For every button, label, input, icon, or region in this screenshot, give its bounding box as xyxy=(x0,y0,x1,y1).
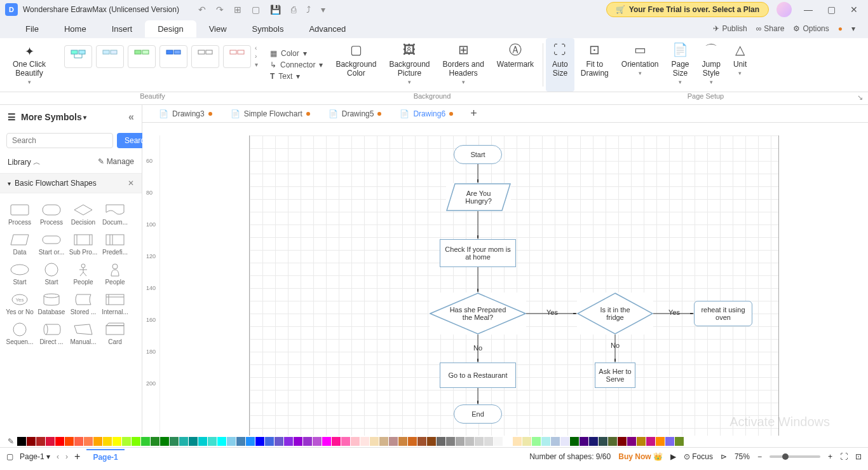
color-swatch[interactable] xyxy=(522,437,531,446)
manage-button[interactable]: ✎ Manage xyxy=(98,157,134,168)
color-swatch[interactable] xyxy=(313,437,322,446)
user-avatar[interactable] xyxy=(776,2,792,17)
maximize-button[interactable]: ▢ xyxy=(822,4,840,15)
color-swatch[interactable] xyxy=(55,437,64,446)
fc-start[interactable]: Start xyxy=(454,145,502,164)
export-icon[interactable]: ⤴ xyxy=(306,4,311,15)
shape-subpro[interactable]: Sub Pro... xyxy=(67,228,99,258)
redo-icon[interactable]: ↷ xyxy=(216,4,224,15)
color-swatch[interactable] xyxy=(36,437,45,446)
gallery-next-icon[interactable]: › xyxy=(255,53,258,60)
color-swatch[interactable] xyxy=(17,437,26,446)
fc-reheat[interactable]: reheat it using oven xyxy=(694,301,752,326)
color-swatch[interactable] xyxy=(379,437,388,446)
color-swatch[interactable] xyxy=(513,437,522,446)
color-swatch[interactable] xyxy=(27,437,36,446)
fc-ask-serve[interactable]: Ask Her to Serve xyxy=(595,363,635,388)
menu-view[interactable]: View xyxy=(196,20,240,38)
color-swatch[interactable] xyxy=(551,437,560,446)
color-swatch[interactable] xyxy=(141,437,150,446)
color-swatch[interactable] xyxy=(646,437,655,446)
fit-window-icon[interactable]: ⛶ xyxy=(840,452,848,461)
print-icon[interactable]: ⎙ xyxy=(291,4,296,15)
fc-end[interactable]: End xyxy=(454,404,502,424)
canvas[interactable]: Start Are You Hungry? Check If your mom … xyxy=(160,135,868,436)
page-add-icon[interactable]: + xyxy=(74,451,80,462)
color-swatch[interactable] xyxy=(170,437,179,446)
color-swatch[interactable] xyxy=(627,437,636,446)
menu-file[interactable]: File xyxy=(13,20,51,38)
fullscreen-icon[interactable]: ⊡ xyxy=(855,452,862,461)
color-swatch[interactable] xyxy=(217,437,226,446)
color-dropdown[interactable]: ▦ Color ▾ xyxy=(270,49,323,58)
theme-thumb-5[interactable] xyxy=(191,45,219,68)
connector-dropdown[interactable]: ↳ Connector ▾ xyxy=(270,60,323,69)
color-swatch[interactable] xyxy=(494,437,503,446)
color-swatch[interactable] xyxy=(580,437,588,446)
library-label[interactable]: Library ︿ xyxy=(8,157,41,168)
shape-start[interactable]: Start xyxy=(36,258,67,288)
present-icon[interactable]: ▶ xyxy=(670,452,676,461)
color-swatch[interactable] xyxy=(332,437,341,446)
fc-check-mom[interactable]: Check If your mom is at home xyxy=(440,239,516,267)
theme-thumb-3[interactable] xyxy=(128,45,156,68)
shape-process[interactable]: Process xyxy=(36,198,67,228)
tab-drawing5[interactable]: 📄Drawing5 xyxy=(320,107,391,121)
shape-card[interactable]: Card xyxy=(99,318,131,348)
color-swatch[interactable] xyxy=(284,437,293,446)
shape-data[interactable]: Data xyxy=(4,228,36,258)
color-swatch[interactable] xyxy=(560,437,569,446)
color-swatch[interactable] xyxy=(255,437,264,446)
color-swatch[interactable] xyxy=(351,437,360,446)
color-swatch[interactable] xyxy=(408,437,417,446)
color-swatch[interactable] xyxy=(132,437,140,446)
tab-simpleflowchart[interactable]: 📄Simple Flowchart xyxy=(222,107,320,121)
color-swatch[interactable] xyxy=(179,437,188,446)
color-swatch[interactable] xyxy=(370,437,379,446)
color-swatch[interactable] xyxy=(570,437,579,446)
shape-yesorno[interactable]: YesYes or No xyxy=(4,288,36,318)
page-next-icon[interactable]: › xyxy=(65,452,68,461)
color-swatch[interactable] xyxy=(503,437,512,446)
shape-startor[interactable]: Start or... xyxy=(36,228,67,258)
zoom-out-icon[interactable]: − xyxy=(757,452,762,461)
borders-headers-button[interactable]: ⊞ Borders and Headers▾ xyxy=(436,38,490,92)
color-swatch[interactable] xyxy=(665,437,674,446)
text-dropdown[interactable]: T Text ▾ xyxy=(270,72,323,81)
shape-people[interactable]: People xyxy=(67,258,99,288)
jump-style-button[interactable]: ⌒ Jump Style▾ xyxy=(696,38,727,92)
shape-decision[interactable]: Decision xyxy=(67,198,99,228)
open-icon[interactable]: ▢ xyxy=(252,4,260,15)
color-swatch[interactable] xyxy=(389,437,398,446)
shape-direct[interactable]: Direct ... xyxy=(36,318,67,348)
color-swatch[interactable] xyxy=(208,437,217,446)
panel-close-icon[interactable]: ✕ xyxy=(128,179,134,188)
color-swatch[interactable] xyxy=(93,437,102,446)
page-tab[interactable]: Page-1 xyxy=(86,449,124,464)
color-swatch[interactable] xyxy=(303,437,312,446)
color-swatch[interactable] xyxy=(618,437,627,446)
trial-badge[interactable]: 🛒 Your Free Trial is over. Select a Plan xyxy=(606,2,769,17)
tab-drawing3[interactable]: 📄Drawing3 xyxy=(150,107,222,121)
fc-hungry[interactable]: Are You Hungry? xyxy=(446,183,511,211)
color-swatch[interactable] xyxy=(541,437,550,446)
focus-button[interactable]: ⊙ Focus xyxy=(684,452,713,461)
orientation-button[interactable]: ▭ Orientation▾ xyxy=(615,38,665,92)
color-swatch[interactable] xyxy=(599,437,607,446)
gallery-more-icon[interactable]: ▾ xyxy=(255,61,258,68)
tab-drawing6[interactable]: 📄Drawing6 xyxy=(391,107,463,121)
fc-restaurant[interactable]: Go to a Restaurant xyxy=(440,363,516,388)
color-swatch[interactable] xyxy=(608,437,617,446)
menu-insert[interactable]: Insert xyxy=(99,20,146,38)
tab-add-button[interactable]: + xyxy=(463,107,485,120)
shape-database[interactable]: Database xyxy=(36,288,67,318)
shape-sequen[interactable]: Sequen... xyxy=(4,318,36,348)
collapse-ribbon-icon[interactable]: ▾ xyxy=(851,24,855,33)
page-prev-icon[interactable]: ‹ xyxy=(57,452,59,461)
shape-docum[interactable]: Docum... xyxy=(99,198,131,228)
watermark-button[interactable]: Ⓐ Watermark xyxy=(491,38,540,92)
shape-people[interactable]: People xyxy=(99,258,131,288)
notification-icon[interactable]: ● xyxy=(838,24,843,33)
buy-now-button[interactable]: Buy Now 👑 xyxy=(618,452,663,461)
sidebar-title-dropdown-icon[interactable]: ▾ xyxy=(83,114,86,121)
